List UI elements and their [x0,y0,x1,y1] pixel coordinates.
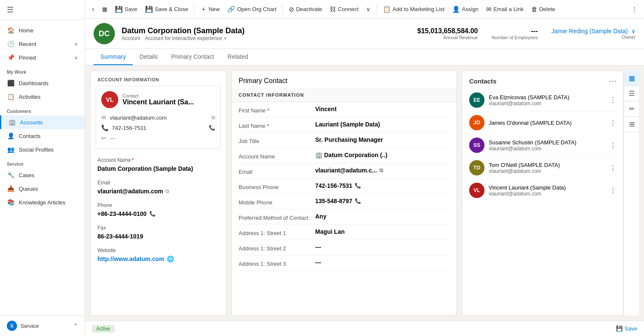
panel-side-icons: ▦ ☰ ✏ ⊞ [624,71,639,316]
first-name-value[interactable]: Vincent [315,106,450,112]
contact-ee-name[interactable]: Eva Elznicovas (SAMPLE DATA) [489,94,605,101]
mobile-phone-value[interactable]: 135-548-8797 📞 [315,198,450,204]
queues-icon: 📥 [7,185,14,192]
tab-related[interactable]: Related [221,49,255,65]
contact-ss-more-button[interactable]: ⋮ [610,141,616,149]
address1-street2-value[interactable]: --- [315,244,450,250]
sidebar-item-activities[interactable]: 📋 Activities [0,90,85,103]
employees-label: Number of Employees [491,35,538,40]
contact-name-block: Contact Vincent Lauriant (Sa... [123,93,194,106]
sidebar-navigation: 🏠 Home 🕐 Recent ∨ 📌 Pinned ∨ My Work ⬛ D… [0,20,85,315]
record-subtitle: Account · Account for Interactive experi… [122,35,410,41]
chevron-down-icon: ∨ [74,55,78,60]
mobile-call-icon[interactable]: 📞 [355,198,361,204]
annual-revenue-stat: $15,013,658,584.00 Annual Revenue [417,27,478,40]
connect-button[interactable]: ⛓ Connect [326,3,362,15]
owner-chevron-icon[interactable]: ∨ [631,28,635,34]
email-field-value[interactable]: vlauriant@adatum.c... ⧉ [315,167,450,174]
contact-list-item: TO Tom O'Neill (SAMPLE DATA) vlauriant@a… [462,157,623,179]
phone-call-icon[interactable]: 📞 [355,183,361,189]
sidebar-item-accounts[interactable]: 🏢 Accounts [0,115,85,129]
account-name-value[interactable]: Datum Corporation (Sample Data) [97,164,219,173]
contact-to-name[interactable]: Tom O'Neill (SAMPLE DATA) [489,162,605,168]
panel-icon-table[interactable]: ⊞ [624,117,639,132]
record-info: Datum Corporation (Sample Data) Account … [122,26,410,41]
sidebar-item-knowledge-articles[interactable]: 📚 Knowledge Articles [0,195,85,209]
last-name-value[interactable]: Lauriant (Sample Data) [315,121,450,128]
deactivate-button[interactable]: ⊘ Deactivate [285,3,325,15]
customers-section-label: Customers [0,103,85,115]
contacts-more-button[interactable]: ⋯ [609,76,616,86]
contact-ee-email: vlauriant@adatum.com [489,101,605,106]
marketing-list-button[interactable]: 📋 Add to Marketing List [379,3,448,15]
sidebar-item-recent[interactable]: 🕐 Recent ∨ [0,37,85,51]
toolbar-divider [194,4,194,14]
job-title-value[interactable]: Sr. Purchasing Manager [315,136,450,143]
back-button[interactable]: ‹ [88,3,98,16]
delete-button[interactable]: 🗑 Delete [528,3,559,15]
sidebar-item-contacts[interactable]: 👤 Contacts [0,129,85,143]
sidebar-bottom[interactable]: S Service ⌃ [0,315,85,336]
address1-street1-value[interactable]: Magui Lan [315,228,450,235]
tab-details[interactable]: Details [133,49,165,65]
contact-ss-name[interactable]: Susanne Schustin (SAMPLE DATA) [489,139,605,146]
sidebar-item-cases[interactable]: 🔧 Cases [0,168,85,182]
sidebar-item-label: Social Profiles [19,146,54,153]
business-phone-value[interactable]: 742-156-7531 📞 [315,182,450,189]
assign-button[interactable]: 👤 Assign [449,3,482,15]
tab-summary[interactable]: Summary [94,49,133,65]
org-chart-button[interactable]: 🔗 Open Org Chart [224,3,280,15]
home-icon: 🏠 [7,27,14,34]
layout-icon-button[interactable]: ▦ [99,4,111,14]
sidebar-item-home[interactable]: 🏠 Home [0,23,85,37]
more-options-button[interactable]: ⋮ [628,4,641,14]
tabs-bar: Summary Details Primary Contact Related [85,49,644,66]
contact-vl-more-button[interactable]: ⋮ [610,187,616,195]
address1-street3-value[interactable]: --- [315,259,450,266]
expand-icon[interactable]: ⌃ [74,323,78,329]
tab-primary-contact[interactable]: Primary Contact [165,49,221,65]
contact-ee-info: Eva Elznicovas (SAMPLE DATA) vlauriant@a… [489,94,605,106]
contact-ss-info: Susanne Schustin (SAMPLE DATA) vlauriant… [489,139,605,152]
contacts-icon: 👤 [7,132,14,139]
call-icon[interactable]: 📞 [209,125,215,131]
bottom-save-button[interactable]: 💾 Save [616,325,637,332]
sidebar-item-queues[interactable]: 📥 Queues [0,182,85,195]
hamburger-menu-icon[interactable]: ☰ [7,6,14,14]
contact-to-more-button[interactable]: ⋮ [610,164,616,172]
sidebar-item-pinned[interactable]: 📌 Pinned ∨ [0,51,85,64]
contact-vl-name[interactable]: Vincent Lauriant (Sample Data) [489,184,605,191]
contact-jo-more-button[interactable]: ⋮ [610,119,616,127]
phone-value[interactable]: +86-23-4444-0100 [97,210,147,218]
account-name-field-value[interactable]: 🏢 Datum Corporation (..) [315,152,450,158]
subtitle-chevron-icon[interactable]: ∨ [224,36,227,40]
sidebar-item-social-profiles[interactable]: 👥 Social Profiles [0,143,85,156]
copy-icon[interactable]: ⧉ [211,115,215,121]
panel-icon-grid[interactable]: ▦ [624,71,639,86]
preferred-method-value[interactable]: Any [315,213,450,220]
sidebar-item-label: Cases [19,172,34,178]
owner-link[interactable]: Jamie Reding (Sample Data) [551,28,628,34]
save-close-button[interactable]: 💾 Save & Close [142,3,192,15]
save-button[interactable]: 💾 Save [111,3,141,15]
sidebar-item-dashboards[interactable]: ⬛ Dashboards [0,76,85,90]
website-value[interactable]: http://www.adatum.com [97,255,164,263]
panel-icon-list[interactable]: ☰ [624,86,639,101]
contact-email: vlauriant@adatum.com [110,115,167,121]
email-copy-icon[interactable]: ⧉ [165,188,169,194]
contact-jo-name[interactable]: James O'donnal (SAMPLE DATA) [489,120,605,126]
website-field: Website http://www.adatum.com 🌐 [91,244,226,267]
dashboards-icon: ⬛ [7,80,14,86]
new-button[interactable]: ＋ New [197,3,223,15]
connect-chevron-button[interactable]: ∨ [363,4,374,14]
sidebar-item-label: Accounts [20,119,43,126]
email-value[interactable]: vlauriant@adatum.com [97,187,163,195]
fax-value[interactable]: 86-23-4444-1019 [97,232,219,241]
email-link-button[interactable]: ✉ Email a Link [483,3,527,15]
contact-ee-more-button[interactable]: ⋮ [610,96,616,104]
email-copy-icon[interactable]: ⧉ [379,167,383,173]
contact-name[interactable]: Vincent Lauriant (Sa... [123,98,194,106]
phone-call-icon[interactable]: 📞 [149,211,156,217]
panel-icon-edit[interactable]: ✏ [624,101,639,117]
sidebar-item-label: Activities [19,94,40,100]
